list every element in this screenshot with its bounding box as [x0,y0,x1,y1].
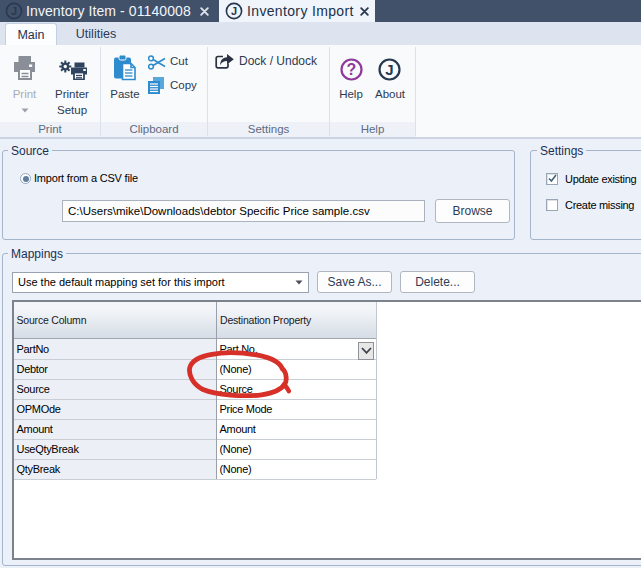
svg-text:?: ? [347,61,357,78]
svg-text:J: J [11,5,17,17]
svg-text:J: J [231,5,237,17]
svg-text:J: J [385,61,393,78]
